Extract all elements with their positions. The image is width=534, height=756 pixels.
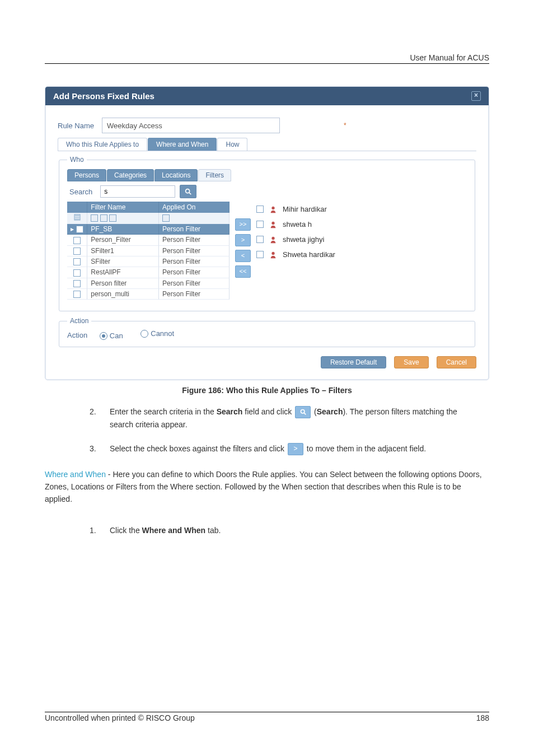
col-checkbox xyxy=(67,202,87,213)
add-persons-dialog: Add Persons Fixed Rules × Rule Name * Wh… xyxy=(45,86,489,380)
where-and-when-paragraph: Where and When - Here you can define to … xyxy=(45,468,489,506)
grid-toolbar-row xyxy=(67,213,229,224)
action-legend: Action xyxy=(67,317,91,325)
person-checkbox[interactable] xyxy=(256,221,264,228)
list-item[interactable]: shweta jighyi xyxy=(256,233,467,248)
tab-where-and-when[interactable]: Where and When xyxy=(148,138,217,151)
figure-caption: Figure 186: Who this Rule Applies To – F… xyxy=(45,386,489,395)
header-checkbox-icon[interactable] xyxy=(100,214,107,222)
row-name: Person filter xyxy=(87,278,159,289)
search-icon xyxy=(184,188,192,195)
rule-name-label: Rule Name xyxy=(58,122,94,130)
table-row[interactable]: RestAllPF Person Filter xyxy=(67,267,229,278)
subtab-categories[interactable]: Categories xyxy=(107,169,154,181)
person-name: shweta h xyxy=(283,220,312,228)
restore-default-button[interactable]: Restore Default xyxy=(321,356,386,368)
dialog-title-text: Add Persons Fixed Rules xyxy=(53,91,154,101)
filter-icon[interactable] xyxy=(74,214,81,221)
row-name: SFilter1 xyxy=(87,246,159,256)
row-applied: Person Filter xyxy=(159,289,229,300)
person-checkbox[interactable] xyxy=(256,251,264,258)
radio-can-label: Can xyxy=(110,332,123,340)
radio-cannot-label: Cannot xyxy=(151,329,174,338)
person-name: Mihir hardikar xyxy=(283,205,327,213)
person-icon xyxy=(269,251,277,259)
main-tabs: Who this Rule Applies to Where and When … xyxy=(58,138,476,151)
row-name: person_multi xyxy=(87,289,159,300)
person-name: Shweta hardikar xyxy=(283,250,335,259)
required-indicator: * xyxy=(344,122,346,129)
action-label: Action xyxy=(67,331,87,339)
radio-can[interactable]: Can xyxy=(100,332,123,340)
table-row[interactable]: SFilter1 Person Filter xyxy=(67,246,229,256)
add-button[interactable]: > xyxy=(235,234,251,246)
header-checkbox-icon[interactable] xyxy=(109,214,116,222)
subtab-persons[interactable]: Persons xyxy=(67,169,106,181)
close-icon[interactable]: × xyxy=(471,91,481,101)
person-icon xyxy=(269,221,277,228)
row-name: PF_SB xyxy=(87,224,159,235)
remove-all-button[interactable]: << xyxy=(235,265,251,278)
inline-move-icon: > xyxy=(288,443,303,455)
row-checkbox[interactable] xyxy=(73,291,81,298)
page-footer: Uncontrolled when printed © RISCO Group … xyxy=(45,712,489,722)
row-checkbox[interactable] xyxy=(73,258,81,265)
row-applied: Person Filter xyxy=(159,235,229,245)
who-legend: Who xyxy=(67,156,87,164)
search-input[interactable] xyxy=(100,185,175,198)
row-name: RestAllPF xyxy=(87,267,159,278)
row-applied: Person Filter xyxy=(159,278,229,289)
save-button[interactable]: Save xyxy=(394,356,428,368)
svg-point-6 xyxy=(271,251,274,254)
svg-point-0 xyxy=(186,189,190,193)
person-checkbox[interactable] xyxy=(256,236,264,243)
svg-line-8 xyxy=(304,413,306,414)
action-fieldset: Action Action Can Cannot xyxy=(59,317,475,347)
step-number: 2. xyxy=(90,406,100,431)
row-checkbox[interactable] xyxy=(73,280,81,287)
row-checkbox[interactable] xyxy=(73,248,81,255)
col-applied-on: Applied On xyxy=(159,202,229,213)
rule-name-input[interactable] xyxy=(102,118,280,133)
selected-persons-list: Mihir hardikar shweta h shweta jighyi xyxy=(256,202,467,300)
list-item[interactable]: shweta h xyxy=(256,218,467,233)
person-name: shweta jighyi xyxy=(283,235,324,244)
page-header: User Manual for ACUS xyxy=(45,53,489,64)
search-button[interactable] xyxy=(180,185,196,198)
step-number: 3. xyxy=(90,443,100,455)
row-checkbox[interactable] xyxy=(76,226,83,233)
transfer-buttons: >> > < << xyxy=(235,218,251,300)
header-checkbox-icon[interactable] xyxy=(162,214,170,222)
table-row[interactable]: ▸ PF_SB Person Filter xyxy=(67,224,229,235)
table-row[interactable]: Person_Filter Person Filter xyxy=(67,235,229,245)
row-applied: Person Filter xyxy=(159,246,229,256)
who-fieldset: Who Persons Categories Locations Filters… xyxy=(59,156,475,311)
footer-left: Uncontrolled when printed © RISCO Group xyxy=(45,713,195,722)
table-row[interactable]: SFilter Person Filter xyxy=(67,256,229,267)
header-checkbox-icon[interactable] xyxy=(91,214,98,222)
tab-who[interactable]: Who this Rule Applies to xyxy=(58,138,147,151)
cancel-button[interactable]: Cancel xyxy=(437,356,476,368)
row-checkbox[interactable] xyxy=(73,237,81,244)
radio-cannot[interactable]: Cannot xyxy=(140,329,174,338)
col-filter-name: Filter Name xyxy=(87,202,159,213)
table-row[interactable]: Person filter Person Filter xyxy=(67,278,229,289)
step-text: Click the Where and When tab. xyxy=(110,525,221,537)
list-item[interactable]: Mihir hardikar xyxy=(256,203,467,218)
table-row[interactable]: person_multi Person Filter xyxy=(67,289,229,300)
subtab-locations[interactable]: Locations xyxy=(154,169,198,181)
row-checkbox[interactable] xyxy=(73,269,81,277)
tab-how[interactable]: How xyxy=(217,138,247,151)
svg-point-3 xyxy=(271,206,274,209)
row-applied: Person Filter xyxy=(159,224,229,235)
search-label: Search xyxy=(69,188,92,196)
row-applied: Person Filter xyxy=(159,267,229,278)
subtab-filters[interactable]: Filters xyxy=(198,169,231,181)
remove-button[interactable]: < xyxy=(235,250,251,262)
add-all-button[interactable]: >> xyxy=(235,218,251,231)
person-checkbox[interactable] xyxy=(256,206,264,213)
row-name: SFilter xyxy=(87,256,159,267)
list-item[interactable]: Shweta hardikar xyxy=(256,248,467,263)
svg-line-1 xyxy=(189,193,191,195)
svg-point-5 xyxy=(271,236,274,239)
